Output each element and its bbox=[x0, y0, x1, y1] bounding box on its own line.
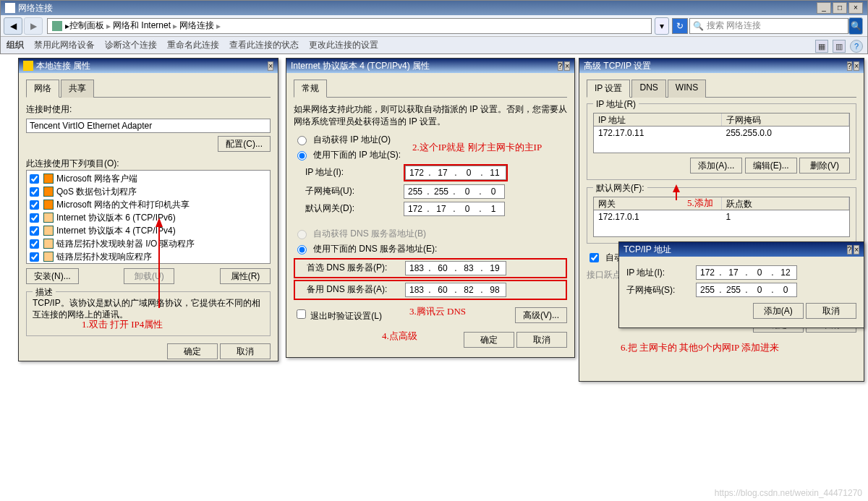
delete-ip-button[interactable]: 删除(V) bbox=[799, 158, 850, 174]
checkbox-auto-metric[interactable] bbox=[590, 253, 599, 262]
annotation-1: 1.双击 打开 IP4属性 bbox=[82, 318, 163, 331]
search-input[interactable]: 🔍 搜索 网络连接 bbox=[689, 18, 848, 34]
dialog-icon bbox=[23, 61, 33, 71]
checkbox-validate[interactable] bbox=[297, 309, 306, 319]
component-icon bbox=[43, 252, 54, 262]
menu-diagnose[interactable]: 诊断这个连接 bbox=[105, 39, 157, 51]
close-button[interactable]: × bbox=[848, 2, 863, 14]
dlg1-title: 本地连接 属性 bbox=[36, 60, 90, 72]
menu-status[interactable]: 查看此连接的状态 bbox=[229, 39, 299, 51]
checkbox[interactable] bbox=[30, 226, 39, 236]
install-button[interactable]: 安装(N)... bbox=[26, 268, 79, 284]
components-list[interactable]: Microsoft 网络客户端QoS 数据包计划程序Microsoft 网络的文… bbox=[26, 170, 271, 264]
dns1-input[interactable]: 183.60.83.19 bbox=[405, 261, 506, 275]
component-label: Microsoft 网络客户端 bbox=[56, 173, 137, 185]
checkbox[interactable] bbox=[30, 174, 39, 184]
dlg2-titlebar[interactable]: Internet 协议版本 4 (TCP/IPv4) 属性 ?× bbox=[286, 59, 574, 73]
list-item[interactable]: 链路层拓扑发现响应程序 bbox=[28, 250, 268, 263]
ip-input[interactable]: 172.17.0.11 bbox=[405, 166, 506, 180]
ip-input[interactable]: 172.17.0.12 bbox=[696, 265, 797, 280]
annotation-5: 5.添加 bbox=[687, 197, 713, 210]
menu-rename[interactable]: 重命名此连接 bbox=[167, 39, 219, 51]
menu-organize[interactable]: 组织 bbox=[7, 39, 24, 51]
help-button[interactable]: ? bbox=[847, 61, 853, 71]
menu-disable[interactable]: 禁用此网络设备 bbox=[34, 39, 95, 51]
breadcrumb-item[interactable]: 网络连接 bbox=[179, 20, 214, 32]
list-item[interactable]: Microsoft 网络客户端 bbox=[28, 172, 268, 185]
tab-general[interactable]: 常规 bbox=[294, 80, 327, 98]
cancel-button[interactable]: 取消 bbox=[516, 332, 567, 348]
checkbox[interactable] bbox=[30, 213, 39, 223]
checkbox[interactable] bbox=[30, 200, 39, 210]
ok-button[interactable]: 确定 bbox=[167, 343, 218, 359]
add-button[interactable]: 添加(A) bbox=[753, 303, 804, 319]
close-button[interactable]: × bbox=[564, 61, 570, 71]
edit-ip-button[interactable]: 编辑(E)... bbox=[745, 158, 797, 174]
back-button[interactable]: ◀ bbox=[4, 17, 22, 35]
refresh-button[interactable]: ↻ bbox=[672, 18, 688, 34]
add-ip-button[interactable]: 添加(A)... bbox=[690, 158, 742, 174]
configure-button[interactable]: 配置(C)... bbox=[218, 136, 271, 152]
annotation-2: 2.这个IP就是 刚才主网卡的主IP bbox=[412, 141, 542, 154]
radio-auto-ip[interactable] bbox=[297, 136, 307, 145]
cancel-button[interactable]: 取消 bbox=[220, 343, 271, 359]
address-bar[interactable]: ▸ 控制面板 ▸ 网络和 Internet ▸ 网络连接 ▸ bbox=[47, 18, 652, 34]
menu-change[interactable]: 更改此连接的设置 bbox=[309, 39, 378, 51]
list-item[interactable]: Microsoft 网络的文件和打印机共享 bbox=[28, 198, 268, 211]
tab-wins[interactable]: WINS bbox=[668, 80, 706, 98]
breadcrumb-item[interactable]: 网络和 Internet bbox=[113, 20, 171, 32]
list-item[interactable]: Internet 协议版本 4 (TCP/IPv4) bbox=[28, 224, 268, 237]
breadcrumb-item[interactable]: 控制面板 bbox=[69, 20, 104, 32]
mask-input[interactable]: 255.255.0.0 bbox=[404, 184, 505, 199]
radio-manual-dns[interactable] bbox=[297, 245, 307, 254]
list-item[interactable]: QoS 数据包计划程序 bbox=[28, 185, 268, 198]
tab-dns[interactable]: DNS bbox=[631, 80, 665, 98]
advanced-button[interactable]: 高级(V)... bbox=[515, 307, 567, 323]
ip-table-row[interactable]: 172.17.0.11255.255.0.0 bbox=[594, 127, 849, 140]
checkbox[interactable] bbox=[30, 252, 39, 262]
minimize-button[interactable]: _ bbox=[817, 2, 831, 14]
search-button[interactable]: 🔍 bbox=[848, 17, 863, 35]
explorer-titlebar[interactable]: 网络连接 _ □ × bbox=[1, 1, 867, 15]
close-button[interactable]: × bbox=[854, 245, 859, 254]
radio-auto-dns bbox=[297, 230, 307, 239]
dlg-local-connection-props: 本地连接 属性 × 网络 共享 连接时使用: 配置(C)... 此连接使用下列项… bbox=[18, 58, 278, 361]
view-icon[interactable]: ▦ bbox=[815, 40, 828, 53]
desc-group-title: 描述 bbox=[33, 286, 56, 299]
list-item[interactable]: 链路层拓扑发现映射器 I/O 驱动程序 bbox=[28, 237, 268, 250]
adapter-name-field[interactable] bbox=[26, 119, 271, 133]
tab-network[interactable]: 网络 bbox=[26, 80, 59, 98]
ok-button[interactable]: 确定 bbox=[464, 332, 514, 348]
checkbox[interactable] bbox=[30, 239, 39, 249]
dlg3-titlebar[interactable]: 高级 TCP/IP 设置 ?× bbox=[579, 59, 864, 73]
dns2-input[interactable]: 183.60.82.98 bbox=[405, 283, 506, 297]
list-item[interactable]: Internet 协议版本 6 (TCP/IPv6) bbox=[28, 211, 268, 224]
component-icon bbox=[43, 187, 54, 197]
dlg3-title: 高级 TCP/IP 设置 bbox=[584, 60, 651, 72]
component-icon bbox=[43, 174, 54, 184]
gw-table-row[interactable]: 172.17.0.11 bbox=[594, 210, 849, 223]
close-button[interactable]: × bbox=[854, 61, 859, 71]
maximize-button[interactable]: □ bbox=[833, 2, 847, 14]
dropdown-button[interactable]: ▾ bbox=[655, 17, 669, 35]
tab-ip-settings[interactable]: IP 设置 bbox=[587, 80, 630, 98]
component-label: Internet 协议版本 4 (TCP/IPv4) bbox=[56, 225, 176, 237]
tab-share[interactable]: 共享 bbox=[61, 80, 94, 98]
close-button[interactable]: × bbox=[268, 61, 273, 71]
gateway-input[interactable]: 172.17.0.1 bbox=[404, 202, 505, 216]
mask-input[interactable]: 255.255.0.0 bbox=[696, 283, 797, 297]
window-title: 网络连接 bbox=[18, 2, 53, 14]
dlg1-titlebar[interactable]: 本地连接 属性 × bbox=[19, 59, 278, 73]
preview-icon[interactable]: ▥ bbox=[833, 40, 846, 53]
radio-manual-ip[interactable] bbox=[297, 151, 307, 160]
help-button[interactable]: ? bbox=[558, 61, 563, 71]
help-icon[interactable]: ? bbox=[850, 40, 863, 53]
dlg4-titlebar[interactable]: TCP/IP 地址 ?× bbox=[619, 242, 864, 257]
gw-table-header: 网关跃点数 bbox=[594, 197, 849, 210]
uninstall-button[interactable]: 卸载(U) bbox=[124, 268, 174, 284]
checkbox[interactable] bbox=[30, 187, 39, 197]
properties-button[interactable]: 属性(R) bbox=[220, 268, 271, 284]
cancel-button[interactable]: 取消 bbox=[806, 303, 856, 319]
forward-button[interactable]: ▶ bbox=[24, 17, 43, 35]
help-button[interactable]: ? bbox=[847, 245, 853, 254]
